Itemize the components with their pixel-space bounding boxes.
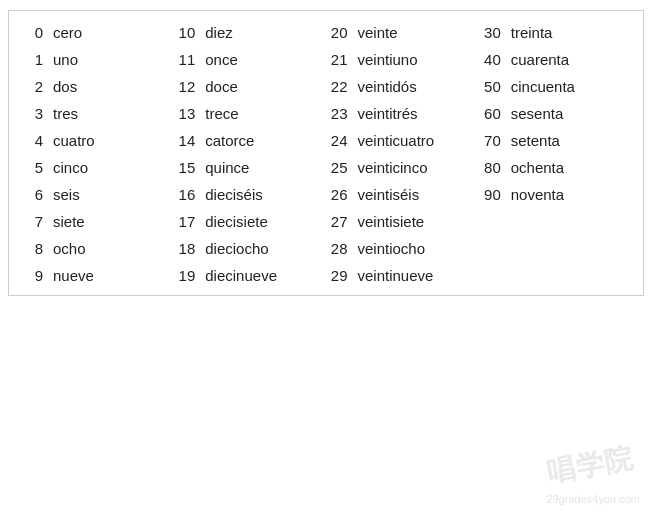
cell-num-0-8: 8	[21, 235, 49, 262]
cell-word-3-1: cuarenta	[507, 46, 631, 73]
main-container: 0cero10diez20veinte30treinta1uno11once21…	[8, 10, 644, 296]
cell-num-1-0: 10	[173, 19, 201, 46]
cell-num-2-7: 27	[326, 208, 354, 235]
cell-num-2-9: 29	[326, 262, 354, 289]
cell-word-2-5: veinticinco	[354, 154, 479, 181]
cell-word-2-8: veintiocho	[354, 235, 479, 262]
cell-word-2-4: veinticuatro	[354, 127, 479, 154]
cell-num-0-3: 3	[21, 100, 49, 127]
cell-num-3-9	[479, 262, 507, 289]
cell-num-3-8	[479, 235, 507, 262]
cell-word-2-6: veintiséis	[354, 181, 479, 208]
cell-word-1-8: dieciocho	[201, 235, 325, 262]
cell-word-1-0: diez	[201, 19, 325, 46]
cell-num-3-1: 40	[479, 46, 507, 73]
cell-num-3-4: 70	[479, 127, 507, 154]
cell-num-1-7: 17	[173, 208, 201, 235]
cell-word-3-9	[507, 262, 631, 289]
numbers-table: 0cero10diez20veinte30treinta1uno11once21…	[21, 19, 631, 289]
cell-num-2-1: 21	[326, 46, 354, 73]
watermark-url: 29grades4you.com	[546, 493, 640, 505]
cell-word-3-6: noventa	[507, 181, 631, 208]
cell-word-0-0: cero	[49, 19, 173, 46]
cell-word-1-2: doce	[201, 73, 325, 100]
cell-num-3-2: 50	[479, 73, 507, 100]
cell-word-1-5: quince	[201, 154, 325, 181]
cell-num-0-0: 0	[21, 19, 49, 46]
cell-num-2-3: 23	[326, 100, 354, 127]
cell-num-2-2: 22	[326, 73, 354, 100]
cell-word-0-9: nueve	[49, 262, 173, 289]
cell-num-2-6: 26	[326, 181, 354, 208]
cell-num-2-5: 25	[326, 154, 354, 181]
cell-word-3-7	[507, 208, 631, 235]
cell-num-1-3: 13	[173, 100, 201, 127]
cell-word-2-2: veintidós	[354, 73, 479, 100]
cell-num-2-4: 24	[326, 127, 354, 154]
cell-word-3-8	[507, 235, 631, 262]
cell-word-1-1: once	[201, 46, 325, 73]
cell-word-2-1: veintiuno	[354, 46, 479, 73]
cell-word-3-5: ochenta	[507, 154, 631, 181]
cell-num-1-4: 14	[173, 127, 201, 154]
cell-num-1-1: 11	[173, 46, 201, 73]
cell-word-0-5: cinco	[49, 154, 173, 181]
cell-num-0-9: 9	[21, 262, 49, 289]
cell-word-0-2: dos	[49, 73, 173, 100]
cell-word-0-8: ocho	[49, 235, 173, 262]
cell-word-1-9: diecinueve	[201, 262, 325, 289]
cell-num-1-8: 18	[173, 235, 201, 262]
cell-word-2-9: veintinueve	[354, 262, 479, 289]
cell-word-1-6: dieciséis	[201, 181, 325, 208]
cell-num-3-7	[479, 208, 507, 235]
cell-num-0-6: 6	[21, 181, 49, 208]
cell-num-0-4: 4	[21, 127, 49, 154]
cell-num-1-9: 19	[173, 262, 201, 289]
cell-word-2-0: veinte	[354, 19, 479, 46]
cell-word-1-4: catorce	[201, 127, 325, 154]
cell-word-1-3: trece	[201, 100, 325, 127]
cell-num-3-5: 80	[479, 154, 507, 181]
cell-word-3-3: sesenta	[507, 100, 631, 127]
cell-num-3-3: 60	[479, 100, 507, 127]
cell-word-0-6: seis	[49, 181, 173, 208]
cell-word-0-1: uno	[49, 46, 173, 73]
cell-word-1-7: diecisiete	[201, 208, 325, 235]
cell-word-0-4: cuatro	[49, 127, 173, 154]
cell-num-1-5: 15	[173, 154, 201, 181]
cell-num-1-2: 12	[173, 73, 201, 100]
cell-num-3-0: 30	[479, 19, 507, 46]
cell-num-3-6: 90	[479, 181, 507, 208]
watermark: 唱学院	[544, 440, 636, 493]
cell-num-0-2: 2	[21, 73, 49, 100]
cell-word-0-3: tres	[49, 100, 173, 127]
cell-word-2-3: veintitrés	[354, 100, 479, 127]
cell-num-0-5: 5	[21, 154, 49, 181]
cell-num-2-8: 28	[326, 235, 354, 262]
cell-word-3-2: cincuenta	[507, 73, 631, 100]
cell-word-3-0: treinta	[507, 19, 631, 46]
cell-word-2-7: veintisiete	[354, 208, 479, 235]
cell-num-2-0: 20	[326, 19, 354, 46]
cell-word-0-7: siete	[49, 208, 173, 235]
cell-num-1-6: 16	[173, 181, 201, 208]
cell-num-0-1: 1	[21, 46, 49, 73]
cell-word-3-4: setenta	[507, 127, 631, 154]
cell-num-0-7: 7	[21, 208, 49, 235]
